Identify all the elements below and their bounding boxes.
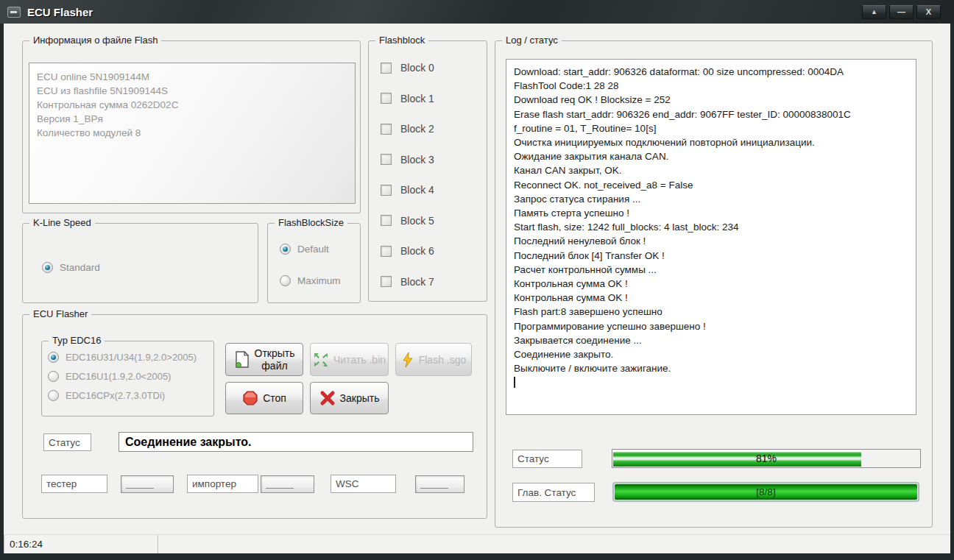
- radio-label: Maximum: [297, 275, 341, 286]
- read-bin-button[interactable]: Читать .bin: [310, 343, 389, 376]
- flashblock-group: Flashblock Block 0 Block 1 Bl: [368, 40, 487, 302]
- maximize-icon: ▲: [871, 9, 877, 15]
- tester-input[interactable]: [121, 475, 174, 493]
- statusbar: 0:16:24: [4, 534, 950, 553]
- log-line: Последний ненулевой блок !: [514, 234, 908, 248]
- typ-edc16-radio[interactable]: EDC16U1(1.9,2.0<2005): [48, 371, 197, 382]
- log-output[interactable]: Download: start_addr: 906326 dataformat:…: [506, 59, 916, 415]
- ecu-flasher-group: ECU Flasher Typ EDC16 EDC16U31/U34(1.9,2…: [22, 314, 487, 519]
- log-line: Flash part:8 завершено успешно: [514, 305, 908, 319]
- importer-label-box: импортер: [187, 475, 258, 493]
- typ-edc16-group-label: Typ EDC16: [49, 335, 105, 346]
- log-line: Закрывается соединение ...: [514, 333, 908, 347]
- status-progress-text: 81%: [612, 450, 920, 467]
- checkbox-label: Block 7: [400, 276, 434, 288]
- checkbox-icon: [381, 124, 392, 135]
- open-file-icon: [234, 351, 250, 369]
- log-line: f_routine = 01, T_Routine= 10[s]: [514, 121, 908, 135]
- radio-icon: [48, 371, 59, 382]
- radio-icon: [48, 352, 59, 363]
- flash-block-size-radio[interactable]: Maximum: [280, 275, 341, 286]
- block-checkbox-row[interactable]: Block 1: [381, 93, 434, 104]
- tester-label-box: тестер: [41, 475, 107, 493]
- flash-sgo-button[interactable]: Flash .sgo: [395, 343, 472, 376]
- log-line: Ожидание закрытия канала CAN.: [514, 149, 908, 163]
- flash-block-size-radio[interactable]: Default: [280, 244, 341, 255]
- maximize-button[interactable]: ▲: [862, 5, 886, 19]
- status-value-box[interactable]: Соединение закрыто.: [119, 432, 473, 452]
- main-progress-text: [8/8]: [614, 483, 918, 500]
- typ-edc16-radio[interactable]: EDC16CPx(2.7,3.0TDi): [48, 390, 197, 401]
- progress-status-label-box: Статус: [512, 450, 582, 468]
- close-x-icon: [319, 390, 336, 406]
- close-connection-button[interactable]: Закрыть: [310, 382, 389, 414]
- log-line: Программирование успешно завершено !: [514, 319, 908, 333]
- block-checkbox-row[interactable]: Block 3: [381, 154, 434, 166]
- checkbox-icon: [381, 154, 392, 165]
- window-title: ECU Flasher: [27, 6, 93, 18]
- checkbox-label: Block 5: [400, 215, 434, 227]
- kline-speed-options: Standard: [42, 262, 100, 273]
- block-checkbox-row[interactable]: Block 6: [381, 245, 434, 257]
- radio-label: EDC16U1(1.9,2.0<2005): [66, 371, 171, 382]
- radio-label: Standard: [60, 262, 100, 273]
- block-checkbox-row[interactable]: Block 7: [381, 276, 434, 288]
- radio-label: EDC16U31/U34(1.9,2.0>2005): [66, 352, 197, 363]
- log-line: Очистка инициируемых подключений повторн…: [514, 135, 908, 149]
- typ-edc16-radio[interactable]: EDC16U31/U34(1.9,2.0>2005): [48, 352, 197, 363]
- main-content: Информация о файле Flash ECU online 5N19…: [4, 24, 950, 534]
- block-checkbox-row[interactable]: Block 4: [381, 184, 434, 196]
- main-progress-bar: [8/8]: [612, 482, 919, 502]
- titlebar: ECU Flasher ▲ — X: [0, 0, 954, 24]
- kline-speed-group-label: K-Line Speed: [29, 217, 95, 228]
- radio-label: Default: [297, 244, 329, 255]
- read-bin-label: Читать .bin: [333, 354, 386, 366]
- flashblock-list: Block 0 Block 1 Block 2 Block 3: [381, 62, 434, 306]
- file-info-line: Количество модулей 8: [37, 126, 347, 140]
- importer-input[interactable]: [261, 475, 314, 493]
- log-line: Запрос статуса стирания ...: [514, 192, 908, 206]
- kline-speed-radio[interactable]: Standard: [42, 262, 100, 273]
- checkbox-icon: [381, 276, 392, 287]
- file-info-line: Контрольная сумма 0262D02C: [37, 98, 347, 112]
- radio-icon: [48, 390, 59, 401]
- kline-speed-group: K-Line Speed Standard: [22, 223, 258, 303]
- log-group-label: Log / статус: [502, 35, 562, 46]
- status-progress-bar: 81%: [612, 449, 921, 468]
- checkbox-icon: [381, 185, 392, 196]
- minimize-button[interactable]: —: [889, 5, 914, 19]
- file-info-line: Версия 1_BPя: [37, 112, 347, 126]
- log-line: Контрольная сумма OK !: [514, 277, 908, 291]
- typ-edc16-options: EDC16U31/U34(1.9,2.0>2005) EDC16U1(1.9,2…: [48, 352, 197, 401]
- checkbox-label: Block 4: [400, 184, 434, 196]
- file-info-list[interactable]: ECU online 5N1909144MECU из flashfile 5N…: [29, 63, 356, 204]
- stop-button[interactable]: Стоп: [225, 382, 303, 414]
- radio-label: EDC16CPx(2.7,3.0TDi): [66, 390, 165, 401]
- checkbox-label: Block 0: [400, 62, 434, 74]
- file-info-group-label: Информация о файле Flash: [29, 35, 161, 46]
- log-line: FlashTool Code:1 28 28: [514, 79, 908, 93]
- statusbar-timer: 0:16:24: [4, 535, 158, 553]
- minimize-icon: —: [897, 8, 905, 16]
- log-line: Память стерта успешно !: [514, 206, 908, 220]
- app-window: ECU Flasher ▲ — X Информация о файле Fla…: [0, 0, 954, 560]
- close-button[interactable]: X: [916, 5, 941, 19]
- block-checkbox-row[interactable]: Block 0: [381, 62, 434, 74]
- app-icon: [7, 7, 21, 18]
- file-info-group: Информация о файле Flash ECU online 5N19…: [22, 40, 361, 213]
- flash-block-size-options: Default Maximum: [280, 244, 341, 286]
- checkbox-icon: [381, 93, 392, 104]
- main-status-label-box: Глав. Статус: [512, 483, 595, 502]
- log-line: Start flash, size: 1242 full_blocks: 4 l…: [514, 220, 908, 234]
- open-file-button[interactable]: Открыть файл: [225, 343, 303, 376]
- read-bin-icon: [313, 352, 329, 368]
- wsc-input[interactable]: [415, 475, 464, 493]
- block-checkbox-row[interactable]: Block 5: [381, 215, 434, 227]
- block-checkbox-row[interactable]: Block 2: [381, 123, 434, 135]
- flashblock-group-label: Flashblock: [375, 35, 428, 46]
- radio-icon: [280, 244, 291, 255]
- status-label-box: Статус: [43, 433, 91, 451]
- flash-block-size-group: FlashBlockSize Default Maximum: [267, 223, 361, 303]
- log-line: Соединение закрыто.: [514, 347, 908, 361]
- stop-label: Стоп: [263, 392, 286, 404]
